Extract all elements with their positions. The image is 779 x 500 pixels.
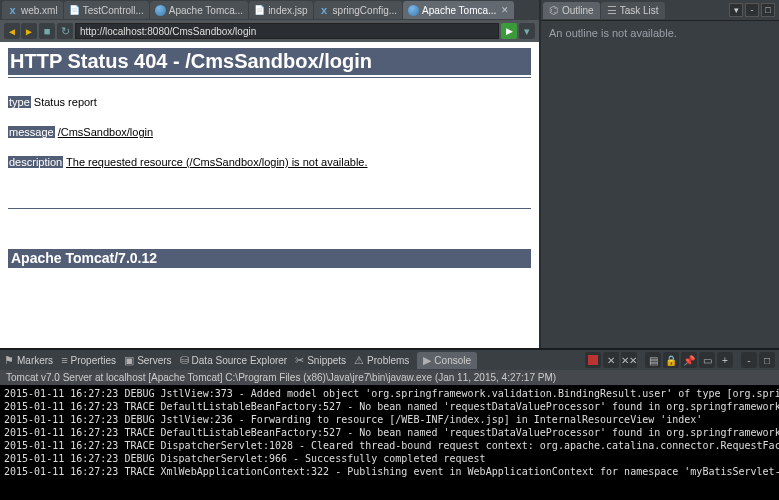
error-message-line: message /CmsSandbox/login: [8, 126, 531, 138]
go-button[interactable]: ▶: [501, 23, 517, 39]
display-console-button[interactable]: ▭: [699, 352, 715, 368]
view-menu-icon[interactable]: ▾: [729, 3, 743, 17]
browser-toolbar: ◄ ► ■ ↻ ▶ ▾: [0, 20, 539, 42]
tab-label: springConfig...: [333, 5, 397, 16]
tab-label: web.xml: [21, 5, 58, 16]
divider: [8, 77, 531, 78]
view-tab-servers[interactable]: ▣Servers: [124, 354, 171, 367]
tab-label: Servers: [137, 355, 171, 366]
error-heading: HTTP Status 404 - /CmsSandbox/login: [8, 48, 531, 75]
maximize-view-icon[interactable]: □: [759, 352, 775, 368]
maximize-icon[interactable]: □: [761, 3, 775, 17]
back-button[interactable]: ◄: [4, 23, 20, 39]
error-description-line: description The requested resource (/Cms…: [8, 156, 531, 168]
editor-tab-bar: xweb.xml📄TestControll...Apache Tomca...📄…: [0, 0, 539, 20]
markers-icon: ⚑: [4, 354, 14, 367]
terminate-button[interactable]: [585, 352, 601, 368]
close-icon[interactable]: ✕: [501, 5, 509, 15]
console-toolbar: ✕ ✕✕ ▤ 🔒 📌 ▭ + - □: [585, 352, 775, 368]
log-line: 2015-01-11 16:27:23 TRACE DefaultListabl…: [4, 400, 775, 413]
tab-label: index.jsp: [268, 5, 307, 16]
editor-tab[interactable]: 📄index.jsp: [249, 1, 312, 19]
refresh-button[interactable]: ■: [39, 23, 55, 39]
description-text: The requested resource (/CmsSandbox/logi…: [66, 156, 367, 168]
snippets-icon: ✂: [295, 354, 304, 367]
task-list-icon: ☰: [607, 4, 617, 17]
url-input[interactable]: [75, 23, 499, 39]
view-tab-markers[interactable]: ⚑Markers: [4, 354, 53, 367]
log-line: 2015-01-11 16:27:23 TRACE DispatcherServ…: [4, 439, 775, 452]
view-tab-data-source-explorer[interactable]: ⛁Data Source Explorer: [180, 354, 288, 367]
x-icon: x: [319, 5, 330, 16]
remove-all-button[interactable]: ✕✕: [621, 352, 637, 368]
data-source-explorer-icon: ⛁: [180, 354, 189, 367]
view-tab-snippets[interactable]: ✂Snippets: [295, 354, 346, 367]
message-label: message: [8, 126, 55, 138]
tab-label: Apache Tomca...: [169, 5, 243, 16]
tab-label: Properties: [71, 355, 117, 366]
remove-launch-button[interactable]: ✕: [603, 352, 619, 368]
editor-tab[interactable]: xspringConfig...: [314, 1, 402, 19]
console-process-title: Tomcat v7.0 Server at localhost [Apache …: [0, 370, 779, 385]
error-footer: Apache Tomcat/7.0.12: [8, 249, 531, 267]
log-line: 2015-01-11 16:27:23 DEBUG JstlView:373 -…: [4, 387, 775, 400]
view-tab-problems[interactable]: ⚠Problems: [354, 354, 409, 367]
earth-icon: [155, 5, 166, 16]
pin-console-button[interactable]: 📌: [681, 352, 697, 368]
divider: [8, 208, 531, 209]
browser-menu-icon[interactable]: ▾: [519, 23, 535, 39]
tab-label: Outline: [562, 5, 594, 16]
description-label: description: [8, 156, 63, 168]
editor-tab[interactable]: Apache Tomca...✕: [403, 1, 514, 19]
log-line: 2015-01-11 16:27:23 TRACE DefaultListabl…: [4, 426, 775, 439]
type-text: Status report: [34, 96, 97, 108]
view-tab-console[interactable]: ▶Console: [417, 352, 477, 369]
minimize-icon[interactable]: -: [745, 3, 759, 17]
console-icon: ▶: [423, 354, 431, 367]
x-icon: x: [7, 5, 18, 16]
console-output[interactable]: 2015-01-11 16:27:23 DEBUG JstlView:373 -…: [0, 385, 779, 500]
editor-tab[interactable]: Apache Tomca...: [150, 1, 248, 19]
outline-icon: ⌬: [549, 4, 559, 17]
tab-label: Markers: [17, 355, 53, 366]
editor-tab[interactable]: 📄TestControll...: [64, 1, 149, 19]
file-icon: 📄: [69, 5, 80, 16]
earth-icon: [408, 5, 419, 16]
error-type-line: type Status report: [8, 96, 531, 108]
stop-button[interactable]: ↻: [57, 23, 73, 39]
outline-tab-bar: ⌬Outline☰Task List ▾ - □: [541, 0, 779, 20]
log-line: 2015-01-11 16:27:23 TRACE XmlWebApplicat…: [4, 465, 775, 478]
tab-label: TestControll...: [83, 5, 144, 16]
editor-tab[interactable]: xweb.xml: [2, 1, 63, 19]
divider: [8, 267, 531, 268]
message-text: /CmsSandbox/login: [58, 126, 153, 138]
outline-body: An outline is not available.: [541, 20, 779, 348]
file-icon: 📄: [254, 5, 265, 16]
servers-icon: ▣: [124, 354, 134, 367]
tab-label: Apache Tomca...: [422, 5, 496, 16]
tab-label: Data Source Explorer: [192, 355, 288, 366]
outline-tab[interactable]: ⌬Outline: [543, 2, 600, 19]
views-tab-bar: ⚑Markers≡Properties▣Servers⛁Data Source …: [0, 350, 779, 370]
properties-icon: ≡: [61, 354, 67, 366]
forward-button[interactable]: ►: [21, 23, 37, 39]
problems-icon: ⚠: [354, 354, 364, 367]
type-label: type: [8, 96, 31, 108]
tab-label: Console: [434, 355, 471, 366]
clear-console-button[interactable]: ▤: [645, 352, 661, 368]
scroll-lock-button[interactable]: 🔒: [663, 352, 679, 368]
outline-tab[interactable]: ☰Task List: [601, 2, 665, 19]
browser-viewport: HTTP Status 404 - /CmsSandbox/login type…: [0, 42, 539, 348]
tab-label: Problems: [367, 355, 409, 366]
log-line: 2015-01-11 16:27:23 DEBUG DispatcherServ…: [4, 452, 775, 465]
view-tab-properties[interactable]: ≡Properties: [61, 354, 116, 366]
open-console-button[interactable]: +: [717, 352, 733, 368]
log-line: 2015-01-11 16:27:23 DEBUG JstlView:236 -…: [4, 413, 775, 426]
tab-label: Snippets: [307, 355, 346, 366]
minimize-view-icon[interactable]: -: [741, 352, 757, 368]
tab-label: Task List: [620, 5, 659, 16]
